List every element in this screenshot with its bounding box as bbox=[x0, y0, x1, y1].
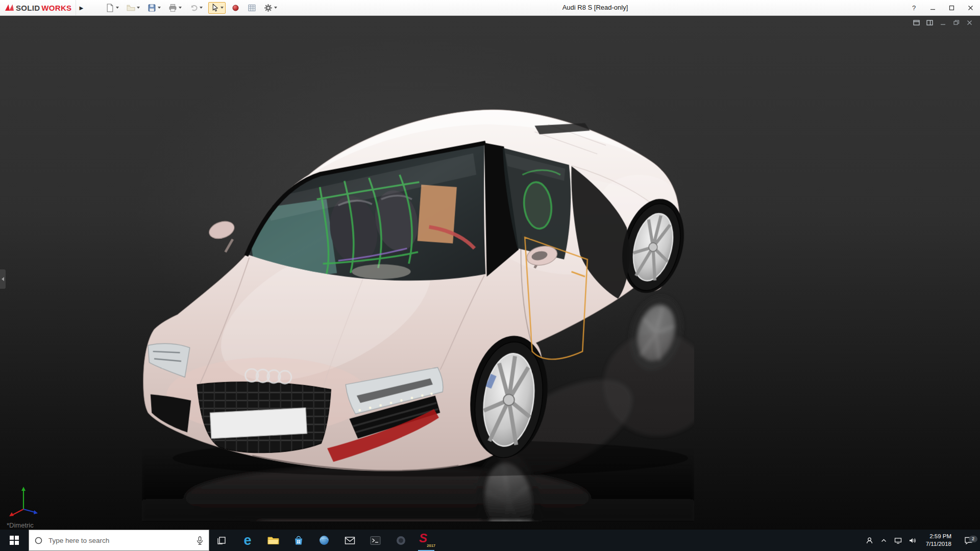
print-button[interactable] bbox=[166, 2, 184, 14]
close-icon bbox=[968, 5, 973, 11]
left-side-mirror bbox=[207, 218, 236, 252]
new-document-button[interactable] bbox=[104, 2, 121, 14]
mail-button[interactable] bbox=[337, 530, 362, 551]
graphics-viewport[interactable]: *Dimetric bbox=[0, 15, 980, 530]
reference-triad bbox=[8, 480, 44, 516]
new-document-icon bbox=[106, 4, 114, 12]
window-title: Audi R8 S [Read-only] bbox=[562, 0, 628, 15]
solidworks-logo-icon bbox=[4, 3, 14, 13]
select-tool-button[interactable] bbox=[208, 2, 226, 14]
microphone-icon[interactable] bbox=[196, 536, 204, 545]
undo-icon bbox=[189, 4, 198, 12]
edge-button[interactable]: e bbox=[235, 530, 260, 551]
gear-icon bbox=[264, 4, 273, 12]
clock-date: 7/11/2018 bbox=[926, 540, 951, 548]
dropdown-arrow-icon[interactable] bbox=[200, 7, 203, 9]
close-button[interactable] bbox=[961, 0, 980, 15]
browser-sphere-icon bbox=[318, 535, 330, 546]
solidworks-taskbar-button[interactable]: S 2017 bbox=[413, 530, 439, 551]
restore-document-icon[interactable] bbox=[953, 19, 960, 26]
maximize-button[interactable] bbox=[942, 0, 961, 15]
undo-button[interactable] bbox=[187, 2, 205, 14]
save-button[interactable] bbox=[145, 2, 163, 14]
title-bar: SOLIDWORKS ▶ bbox=[0, 0, 980, 16]
store-icon bbox=[293, 535, 304, 545]
open-folder-icon bbox=[127, 4, 135, 12]
3d-model-audi-r8[interactable] bbox=[142, 107, 694, 521]
minimize-icon bbox=[930, 5, 936, 11]
user-icon[interactable] bbox=[866, 537, 873, 544]
cortana-icon[interactable] bbox=[34, 536, 43, 545]
panel-icon[interactable] bbox=[913, 19, 920, 26]
maximize-icon bbox=[949, 5, 954, 11]
network-icon[interactable] bbox=[894, 537, 902, 544]
action-center-button[interactable]: 2 bbox=[957, 536, 980, 545]
dropdown-arrow-icon[interactable] bbox=[137, 7, 140, 9]
minimize-document-icon[interactable] bbox=[940, 19, 946, 26]
logo-text-works: WORKS bbox=[41, 4, 71, 12]
logo-text-solid: SOLID bbox=[16, 4, 40, 12]
dark-app-button[interactable] bbox=[388, 530, 413, 551]
document-window-controls bbox=[913, 19, 973, 26]
command-prompt-icon bbox=[370, 536, 381, 545]
help-button[interactable]: ? bbox=[904, 0, 923, 15]
quick-access-toolbar bbox=[104, 2, 279, 14]
edge-icon: e bbox=[243, 534, 251, 547]
file-explorer-button[interactable] bbox=[260, 530, 286, 551]
chevron-left-icon bbox=[2, 277, 4, 281]
volume-icon[interactable] bbox=[909, 537, 916, 544]
dropdown-arrow-icon[interactable] bbox=[220, 7, 224, 9]
command-prompt-button[interactable] bbox=[362, 530, 388, 551]
menu-flyout-arrow[interactable]: ▶ bbox=[76, 0, 86, 15]
open-document-button[interactable] bbox=[125, 2, 142, 14]
panel-split-icon[interactable] bbox=[926, 19, 933, 26]
save-icon bbox=[148, 4, 156, 12]
dropdown-arrow-icon[interactable] bbox=[116, 7, 119, 9]
taskbar-clock[interactable]: 2:59 PM 7/11/2018 bbox=[921, 533, 957, 548]
file-explorer-icon bbox=[267, 535, 279, 545]
dropdown-arrow-icon[interactable] bbox=[158, 7, 161, 9]
license-plate bbox=[210, 408, 307, 438]
windows-taskbar: e bbox=[0, 530, 980, 551]
tray-icons bbox=[861, 537, 921, 544]
windows-logo-icon bbox=[10, 536, 19, 545]
dropdown-arrow-icon[interactable] bbox=[179, 7, 182, 9]
solidworks-app-icon: S 2017 bbox=[419, 533, 434, 548]
feature-manager-collapsed-tab[interactable] bbox=[0, 269, 6, 289]
solidworks-year-label: 2017 bbox=[427, 543, 435, 548]
sheet-grid-icon bbox=[248, 4, 256, 12]
select-cursor-icon bbox=[210, 4, 219, 12]
search-input[interactable] bbox=[47, 536, 191, 545]
taskbar-search[interactable] bbox=[29, 530, 209, 551]
print-icon bbox=[168, 4, 177, 12]
dropdown-arrow-icon[interactable] bbox=[274, 7, 277, 9]
notification-badge: 2 bbox=[969, 536, 977, 542]
task-view-button[interactable] bbox=[209, 530, 235, 551]
options-button[interactable] bbox=[262, 2, 279, 14]
dark-app-icon bbox=[396, 535, 406, 546]
solidworks-logo: SOLIDWORKS bbox=[0, 0, 76, 15]
clock-time: 2:59 PM bbox=[926, 533, 951, 540]
close-document-icon[interactable] bbox=[966, 19, 973, 26]
system-tray: 2:59 PM 7/11/2018 2 bbox=[861, 530, 980, 551]
view-orientation-label: *Dimetric bbox=[7, 521, 34, 529]
window-controls: ? bbox=[904, 0, 980, 15]
record-macro-button[interactable] bbox=[229, 2, 242, 14]
start-button[interactable] bbox=[0, 530, 29, 551]
minimize-button[interactable] bbox=[923, 0, 942, 15]
mail-icon bbox=[345, 536, 355, 545]
store-button[interactable] bbox=[286, 530, 311, 551]
sheet-format-button[interactable] bbox=[246, 2, 258, 14]
browser-sphere-button[interactable] bbox=[311, 530, 337, 551]
chevron-up-icon[interactable] bbox=[880, 537, 888, 544]
task-view-icon bbox=[217, 535, 227, 545]
record-macro-icon bbox=[231, 4, 240, 12]
